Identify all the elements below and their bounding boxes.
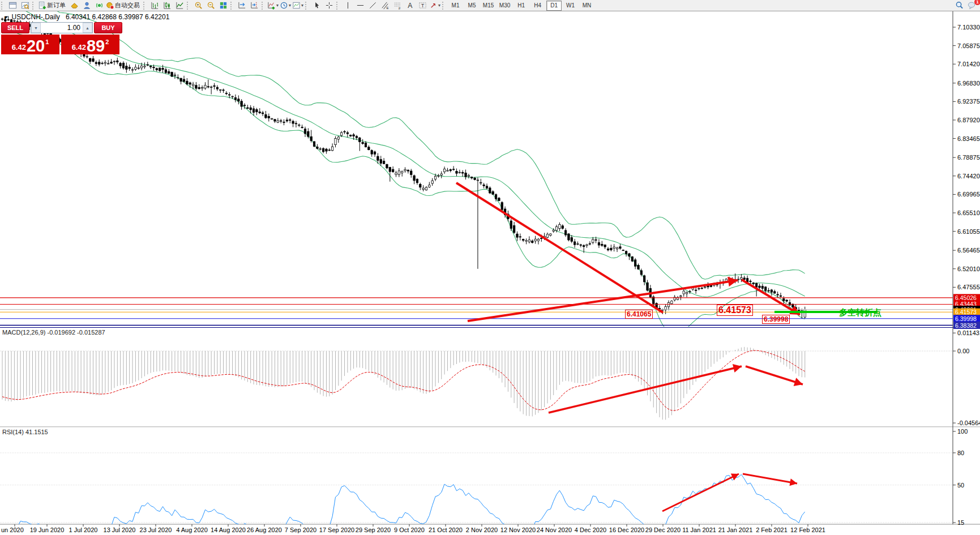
svg-text:A: A: [408, 2, 413, 10]
svg-text:T: T: [421, 3, 423, 8]
svg-text:6.69965: 6.69965: [957, 191, 980, 198]
svg-text:2 Feb 2021: 2 Feb 2021: [756, 527, 788, 533]
svg-text:0.011431: 0.011431: [957, 329, 980, 336]
volume-field[interactable]: ▼ 1.00 ▲: [31, 22, 93, 33]
timeframe-button-D1[interactable]: D1: [546, 1, 562, 11]
line-chart-button[interactable]: [173, 1, 186, 10]
macd-axis[interactable]: 0.0114310.00-0.045644: [953, 329, 980, 426]
svg-text:80: 80: [957, 450, 964, 456]
volume-increase-button[interactable]: ▲: [83, 23, 92, 33]
autotrade-button[interactable]: 自动交易: [105, 1, 142, 10]
one-click-trading-panel: SELL ▼ 1.00 ▲ BUY 6.42 20 1 6.42 89 2: [1, 22, 122, 54]
notification-badge: 1: [974, 0, 980, 5]
tile-windows-button[interactable]: [217, 1, 229, 10]
volume-decrease-button[interactable]: ▼: [31, 23, 41, 33]
deposit-button[interactable]: [68, 1, 80, 10]
chart-preview-icon: [21, 1, 29, 10]
toolbar-group-handle[interactable]: [143, 2, 147, 10]
sell-price-panel[interactable]: 6.42 20 1: [1, 35, 59, 54]
text-button[interactable]: A: [404, 1, 416, 10]
toolbar-group-handle[interactable]: [336, 2, 340, 10]
sell-price-main: 6.42: [12, 43, 26, 52]
new-order-button[interactable]: 新订单: [37, 1, 68, 10]
svg-text:2 Nov 2020: 2 Nov 2020: [466, 527, 498, 533]
chart-symbol-period: USDCNH-,Daily: [12, 13, 60, 21]
vertical-line-button[interactable]: [341, 1, 354, 10]
timeframe-button-W1[interactable]: W1: [563, 1, 578, 11]
signal-button[interactable]: [93, 1, 105, 10]
annotation-low-6.39998[interactable]: 6.39998: [762, 315, 790, 324]
fibonacci-button[interactable]: F: [391, 1, 404, 10]
rsi-trend-arrow-up[interactable]: [662, 474, 739, 511]
timeframe-button-MN[interactable]: MN: [579, 1, 594, 11]
svg-text:1 Jul 2020: 1 Jul 2020: [69, 527, 98, 533]
svg-text:7 Sep 2020: 7 Sep 2020: [285, 527, 316, 533]
buy-button[interactable]: BUY: [94, 22, 122, 33]
search-icon: [955, 1, 964, 10]
chart-shift-button[interactable]: [248, 1, 260, 10]
trend-line-button[interactable]: [366, 1, 379, 10]
zoom-in-button[interactable]: [192, 1, 204, 10]
toolbar-group-handle[interactable]: [1, 2, 5, 10]
templates-button[interactable]: ▾: [292, 1, 304, 10]
svg-text:23 Jul 2020: 23 Jul 2020: [140, 527, 172, 533]
crosshair-button[interactable]: [323, 1, 335, 10]
auto-scroll-button[interactable]: [236, 1, 248, 10]
bar-chart-button[interactable]: [148, 1, 161, 10]
chart-canvas[interactable]: 7.103307.058757.014206.968306.923756.879…: [0, 0, 980, 535]
add-indicator-caret-icon[interactable]: ▾: [276, 3, 279, 8]
svg-text:13 Jul 2020: 13 Jul 2020: [104, 527, 136, 533]
svg-text:E: E: [386, 6, 388, 10]
equidistant-channel-button[interactable]: E: [379, 1, 391, 10]
add-indicator-button[interactable]: ▾: [267, 1, 279, 10]
svg-text:6.96830: 6.96830: [957, 80, 980, 87]
timeframe-button-H1[interactable]: H1: [513, 1, 529, 11]
arrows-button[interactable]: ▾: [429, 1, 441, 10]
svg-text:6.47555: 6.47555: [957, 284, 980, 290]
candlestick-series[interactable]: [1, 16, 806, 318]
horizontal-line-button[interactable]: [354, 1, 366, 10]
trend-arrow-up-1[interactable]: [468, 277, 738, 321]
main-toolbar: 新订单自动交易▾▾▾EFAT▾M1M5M15M30H1H4D1W1MN1: [0, 0, 980, 11]
price-axis[interactable]: 7.103307.058757.014206.968306.923756.879…: [953, 24, 980, 290]
chart-shift-icon: [250, 1, 259, 10]
annotation-pivot-note[interactable]: 多空转折点: [839, 307, 881, 318]
signal-icon: [95, 1, 104, 10]
templates-caret-icon[interactable]: ▾: [301, 3, 303, 8]
search-button[interactable]: [953, 1, 965, 10]
candlestick-chart-button[interactable]: [161, 1, 173, 10]
annotation-pivot-6.41573[interactable]: 6.41573: [717, 305, 753, 316]
toolbar-group-handle[interactable]: [262, 2, 266, 10]
text-label-button[interactable]: T: [416, 1, 429, 10]
svg-text:21 Jan 2021: 21 Jan 2021: [718, 527, 753, 533]
arrows-caret-icon[interactable]: ▾: [438, 3, 440, 8]
sell-button[interactable]: SELL: [1, 22, 29, 33]
toolbar-group-handle[interactable]: [305, 2, 309, 10]
add-indicator-icon: [267, 1, 276, 10]
timeframe-button-M1[interactable]: M1: [448, 1, 463, 11]
timeframe-button-M30[interactable]: M30: [497, 1, 512, 11]
buy-price-panel[interactable]: 6.42 89 2: [61, 35, 119, 54]
svg-text:100: 100: [957, 428, 968, 435]
window-layout-button[interactable]: [6, 1, 19, 10]
timeframe-button-H4[interactable]: H4: [530, 1, 545, 11]
date-axis[interactable]: un 202019 Jun 20201 Jul 202013 Jul 20202…: [1, 524, 825, 533]
annotation-low-6.41065[interactable]: 6.41065: [625, 310, 653, 319]
macd-trend-arrow-down[interactable]: [746, 366, 803, 386]
chart-preview-button[interactable]: [19, 1, 31, 10]
cursor-icon: [313, 1, 321, 10]
toolbar-group-handle[interactable]: [187, 2, 191, 10]
profile-button[interactable]: [80, 1, 93, 10]
periods-button[interactable]: ▾: [279, 1, 292, 10]
toolbar-group-handle[interactable]: [442, 2, 446, 10]
chat-button[interactable]: 1: [965, 1, 978, 10]
volume-value[interactable]: 1.00: [41, 23, 83, 33]
text-label-icon: T: [418, 1, 427, 10]
toolbar-group-handle[interactable]: [230, 2, 234, 10]
timeframe-button-M5[interactable]: M5: [464, 1, 480, 11]
periods-caret-icon[interactable]: ▾: [289, 3, 291, 8]
cursor-button[interactable]: [310, 1, 323, 10]
zoom-out-button[interactable]: [204, 1, 217, 10]
toolbar-group-handle[interactable]: [32, 2, 36, 10]
timeframe-button-M15[interactable]: M15: [481, 1, 496, 11]
